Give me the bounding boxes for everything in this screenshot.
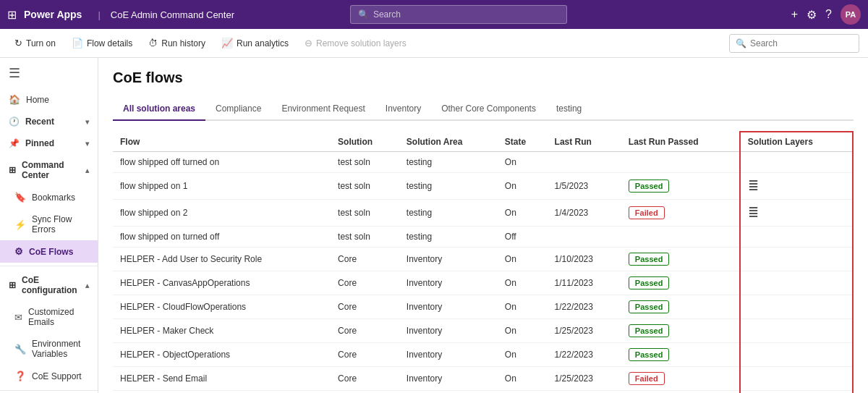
sidebar-item-home[interactable]: 🏠 Home (0, 88, 98, 111)
status-badge: Failed (629, 206, 665, 219)
cell-solution-area: Inventory (399, 319, 498, 343)
table-row[interactable]: HELPER - CanvasAppOperationsCoreInventor… (113, 271, 853, 295)
cell-solution-layers[interactable] (740, 367, 853, 391)
sidebar-item-coe-flows[interactable]: ⚙ CoE Flows (0, 240, 98, 263)
tab-other-core-components[interactable]: Other Core Components (431, 98, 546, 121)
home-icon: 🏠 (9, 94, 20, 105)
cell-solution-area: testing (399, 173, 498, 200)
add-icon[interactable]: + (791, 8, 798, 21)
sidebar-coe-config-section[interactable]: ⊞ CoE configuration ▴ (0, 269, 98, 301)
recent-icon: 🕐 (9, 117, 20, 127)
cell-solution-area: testing (399, 200, 498, 227)
sync-error-icon: ⚡ (14, 219, 26, 230)
table-row[interactable]: HELPER - Add User to Security RoleCoreIn… (113, 248, 853, 271)
cell-last-run: 1/5/2023 (548, 173, 621, 200)
cell-solution-layers[interactable] (740, 248, 853, 271)
cell-solution-layers[interactable] (740, 271, 853, 295)
env-vars-icon: 🔧 (14, 344, 26, 355)
tab-all-solution-areas[interactable]: All solution areas (113, 98, 205, 121)
col-header-solution-layers: Solution Layers (740, 132, 853, 152)
cell-solution-layers[interactable] (740, 227, 853, 248)
table-row[interactable]: flow shipped on turned offtest solntesti… (113, 227, 853, 248)
table-row[interactable]: HELPER - CloudFlowOperationsCoreInventor… (113, 295, 853, 319)
run-history-button[interactable]: ⏱ Run history (142, 35, 211, 51)
cell-solution-layers[interactable] (740, 295, 853, 319)
cell-solution-area: Inventory (399, 367, 498, 391)
turn-on-button[interactable]: ↻ Turn on (9, 35, 61, 51)
tab-compliance[interactable]: Compliance (205, 98, 271, 121)
sidebar-pinned-section[interactable]: 📌 Pinned ▾ (0, 132, 98, 154)
top-bar-title: CoE Admin Command Center (111, 9, 234, 20)
remove-solution-button[interactable]: ⊖ Remove solution layers (299, 35, 412, 51)
cell-last-run-passed: Passed (621, 295, 740, 319)
table-row[interactable]: flow shipped on 2test solntestingOn1/4/2… (113, 200, 853, 227)
sidebar-item-bookmarks[interactable]: 🔖 Bookmarks (0, 186, 98, 208)
sidebar-item-customized-emails[interactable]: ✉ Customized Emails (0, 301, 98, 333)
avatar[interactable]: PA (841, 4, 861, 25)
table-search-box[interactable]: 🔍 (729, 34, 859, 53)
sidebar-recent-section[interactable]: 🕐 Recent ▾ (0, 111, 98, 132)
cell-solution-layers[interactable] (740, 152, 853, 173)
hamburger-icon[interactable]: ☰ (0, 58, 98, 88)
table-row[interactable]: HELPER - Send EmailCoreInventoryOn1/25/2… (113, 367, 853, 391)
cell-solution-layers[interactable] (740, 343, 853, 367)
table-search-input[interactable] (750, 38, 853, 48)
cell-flow: HELPER - CanvasAppOperations (113, 271, 331, 295)
run-analytics-button[interactable]: 📈 Run analytics (216, 35, 294, 51)
settings-icon[interactable]: ⚙ (807, 8, 817, 22)
top-bar-actions: + ⚙ ? PA (791, 4, 861, 25)
flow-details-button[interactable]: 📄 Flow details (66, 35, 138, 51)
cell-last-run-passed: Failed (621, 391, 740, 394)
coe-config-icon: ⊞ (9, 280, 16, 290)
recent-chevron: ▾ (85, 118, 89, 126)
sidebar-item-sync-flow-errors[interactable]: ⚡ Sync Flow Errors (0, 208, 98, 240)
cell-solution-area: Inventory (399, 295, 498, 319)
layers-icon[interactable]: ≣ (748, 206, 759, 220)
table-row[interactable]: HELPER - ObjectOperationsCoreInventoryOn… (113, 343, 853, 367)
tab-inventory[interactable]: Inventory (375, 98, 431, 121)
cell-state: Off (498, 227, 548, 248)
sidebar-item-environment-variables[interactable]: 🔧 Environment Variables (0, 333, 98, 365)
cell-flow: HELPER - Add User to Security Role (113, 248, 331, 271)
table-row[interactable]: flow shipped off turned ontest solntesti… (113, 152, 853, 173)
cell-flow: HELPER - Maker Check (113, 319, 331, 343)
cell-solution: Core (331, 271, 399, 295)
table-row[interactable]: SetupWizard>CreateGroupCoreInventoryOn1/… (113, 391, 853, 394)
cell-state: On (498, 152, 548, 173)
command-center-chevron: ▴ (85, 166, 89, 174)
sidebar-item-coe-support[interactable]: ❓ CoE Support (0, 365, 98, 387)
table-row[interactable]: HELPER - Maker CheckCoreInventoryOn1/25/… (113, 319, 853, 343)
cell-flow: HELPER - Send Email (113, 367, 331, 391)
cell-solution-area: Inventory (399, 271, 498, 295)
sidebar-command-center-section[interactable]: ⊞ Command Center ▴ (0, 154, 98, 186)
global-search-input[interactable] (373, 9, 559, 20)
cell-solution-layers[interactable] (740, 391, 853, 394)
cell-last-run: 1/22/2023 (548, 295, 621, 319)
cell-solution-layers[interactable] (740, 319, 853, 343)
global-search-box[interactable]: 🔍 (350, 5, 567, 24)
cell-solution-layers[interactable]: ≣ (740, 173, 853, 200)
cell-last-run: 1/11/2023 (548, 271, 621, 295)
remove-solution-icon: ⊖ (305, 38, 312, 48)
cell-solution-layers[interactable]: ≣ (740, 200, 853, 227)
layout: ☰ 🏠 Home 🕐 Recent ▾ 📌 Pinned ▾ ⊞ Command… (0, 58, 868, 393)
support-icon: ❓ (14, 371, 26, 381)
command-bar: ↻ Turn on 📄 Flow details ⏱ Run history 📈… (0, 29, 868, 58)
cell-flow: HELPER - CloudFlowOperations (113, 295, 331, 319)
tabs: All solution areasComplianceEnvironment … (113, 98, 854, 121)
tab-testing[interactable]: testing (546, 98, 592, 121)
cell-last-run (548, 227, 621, 248)
help-icon[interactable]: ? (825, 8, 832, 21)
layers-icon[interactable]: ≣ (748, 179, 759, 193)
table-row[interactable]: flow shipped on 1test solntestingOn1/5/2… (113, 173, 853, 200)
flows-table-wrap: FlowSolutionSolution AreaStateLast RunLa… (113, 131, 854, 393)
cell-solution: test soln (331, 173, 399, 200)
tab-environment-request[interactable]: Environment Request (271, 98, 375, 121)
cell-solution: Core (331, 391, 399, 394)
status-badge: Passed (629, 324, 670, 337)
cell-last-run: 1/4/2023 (548, 200, 621, 227)
cell-last-run (548, 152, 621, 173)
cell-state: On (498, 248, 548, 271)
flows-table: FlowSolutionSolution AreaStateLast RunLa… (113, 131, 854, 393)
grid-icon[interactable]: ⊞ (7, 8, 17, 22)
